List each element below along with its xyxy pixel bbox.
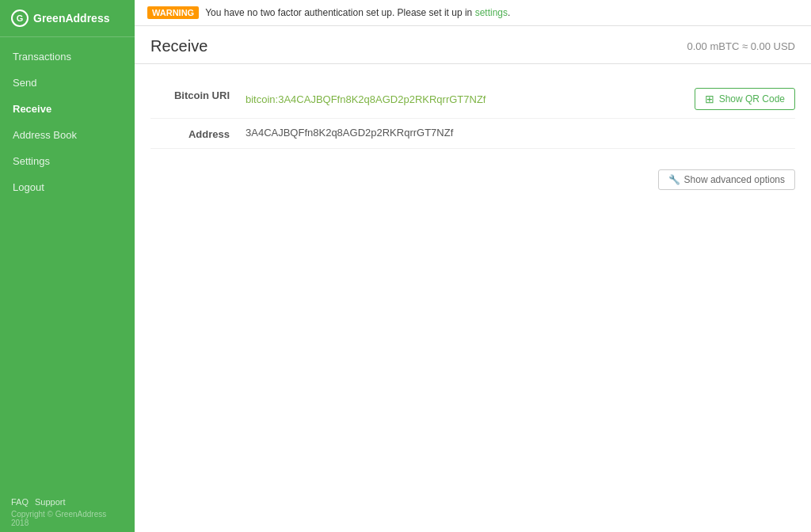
faq-link[interactable]: FAQ	[11, 497, 29, 507]
sidebar: G GreenAddress Transactions Send Receive…	[0, 0, 135, 532]
uri-row-inner: bitcoin:3A4CAJBQFfn8K2q8AGD2p2RKRqrrGT7N…	[246, 88, 795, 110]
show-advanced-options-button[interactable]: 🔧 Show advanced options	[658, 169, 795, 190]
advanced-section: 🔧 Show advanced options	[150, 149, 795, 190]
warning-settings-link[interactable]: settings	[475, 7, 508, 18]
sidebar-item-settings[interactable]: Settings	[0, 148, 135, 174]
page-header: Receive 0.00 mBTC ≈ 0.00 USD	[135, 26, 811, 64]
show-advanced-label: Show advanced options	[684, 174, 785, 185]
address-label: Address	[150, 127, 246, 140]
bitcoin-uri-row: Bitcoin URI bitcoin:3A4CAJBQFfn8K2q8AGD2…	[150, 80, 795, 119]
bitcoin-uri-label: Bitcoin URI	[150, 88, 246, 101]
sidebar-item-receive[interactable]: Receive	[0, 96, 135, 122]
content-area: Bitcoin URI bitcoin:3A4CAJBQFfn8K2q8AGD2…	[135, 64, 811, 206]
warning-message: You have no two factor authentication se…	[205, 7, 510, 18]
sidebar-logo: G GreenAddress	[0, 0, 135, 37]
copyright-text: Copyright © GreenAddress 2018	[11, 510, 124, 527]
address-row: Address 3A4CAJBQFfn8K2q8AGD2p2RKRqrrGT7N…	[150, 119, 795, 149]
wrench-icon: 🔧	[668, 174, 680, 185]
sidebar-nav: Transactions Send Receive Address Book S…	[0, 37, 135, 489]
sidebar-footer: FAQ Support Copyright © GreenAddress 201…	[0, 489, 135, 532]
sidebar-item-address-book[interactable]: Address Book	[0, 122, 135, 148]
sidebar-item-logout[interactable]: Logout	[0, 174, 135, 200]
main-content: WARNING You have no two factor authentic…	[135, 0, 811, 532]
app-name: GreenAddress	[33, 12, 109, 25]
balance-display: 0.00 mBTC ≈ 0.00 USD	[687, 40, 795, 52]
sidebar-item-transactions[interactable]: Transactions	[0, 44, 135, 70]
show-qr-label: Show QR Code	[719, 93, 785, 104]
warning-badge: WARNING	[147, 6, 199, 19]
page-title: Receive	[150, 37, 208, 55]
bitcoin-uri-value: bitcoin:3A4CAJBQFfn8K2q8AGD2p2RKRqrrGT7N…	[246, 93, 695, 105]
qr-icon: ⊞	[705, 93, 714, 105]
address-value: 3A4CAJBQFfn8K2q8AGD2p2RKRqrrGT7NZf	[246, 127, 795, 139]
sidebar-item-send[interactable]: Send	[0, 70, 135, 96]
logo-icon: G	[11, 10, 29, 27]
show-qr-button[interactable]: ⊞ Show QR Code	[695, 88, 795, 110]
support-link[interactable]: Support	[35, 497, 66, 507]
warning-banner: WARNING You have no two factor authentic…	[135, 0, 811, 26]
